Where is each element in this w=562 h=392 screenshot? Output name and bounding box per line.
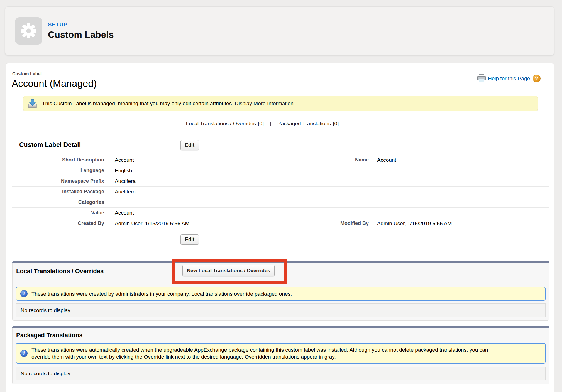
help-question-icon[interactable]: ? [533,75,541,82]
packaged-translations-section: Packaged Translations i These translatio… [12,328,549,384]
setup-label: SETUP [48,21,114,28]
info-box: i These translations were automatically … [16,343,546,364]
field-label: Categories [12,199,104,205]
field-label: Language [12,168,104,173]
section-title: Local Translations / Overrides [16,268,104,275]
setup-header: SETUP Custom Labels [5,6,554,55]
table-row: Installed Package Auctifera [12,187,549,197]
installed-package-link[interactable]: Auctifera [115,189,136,195]
related-quick-links: Local Translations / Overrides[0]|Packag… [6,121,519,127]
field-label: Name [333,157,369,163]
edit-button-top[interactable]: Edit [180,140,199,150]
info-text: These translations were automatically cr… [31,346,488,360]
field-label: Short Description [12,157,104,163]
field-value: Auctifera [104,178,333,184]
table-row: Categories [12,197,549,208]
field-label: Created By [12,220,104,226]
setup-icon-tile [15,17,42,45]
record-title: Account (Managed) [12,78,97,89]
info-icon: i [20,290,28,297]
links-separator: | [270,121,271,126]
screen: SETUP Custom Labels Custom Label Account… [0,0,562,392]
local-translations-section: Local Translations / Overrides New Local… [12,263,549,321]
detail-heading: Custom Label Detail [19,141,81,149]
field-label: Modified By [333,220,369,226]
field-value: Auctifera [104,189,333,195]
info-text: These translations were created by admin… [31,290,292,297]
edit-button-bottom[interactable]: Edit [180,234,199,245]
field-label: Value [12,210,104,216]
info-icon: i [20,350,28,357]
table-row: Namespace Prefix Auctifera [12,176,549,187]
info-box: i These translations were created by adm… [16,287,546,301]
section-title: Packaged Translations [16,332,82,339]
section-top-bar [12,261,549,263]
printer-icon[interactable] [477,74,486,83]
modified-by-user-link[interactable]: Admin User [377,220,404,226]
setup-titles: SETUP Custom Labels [48,21,114,40]
empty-list-message: No records to display [16,303,546,317]
display-more-information-link[interactable]: Display More Information [235,101,294,106]
table-row: Value Account [12,208,549,218]
table-row: Short Description Account Name Account [12,155,549,165]
local-translations-link[interactable]: Local Translations / Overrides [186,121,256,126]
help-block: Help for this Page ? [477,73,541,84]
created-by-date: , 1/15/2019 6:56 AM [142,220,189,226]
local-translations-count[interactable]: [0] [258,121,264,126]
package-install-icon [27,99,38,108]
packaged-translations-link[interactable]: Packaged Translations [277,121,331,126]
empty-list-message: No records to display [16,367,546,380]
help-for-this-page-link[interactable]: Help for this Page [488,75,530,82]
field-value: English [104,168,333,174]
page-title: Custom Labels [48,30,114,40]
field-value: Admin User, 1/15/2019 6:56 AM [104,220,333,227]
created-by-user-link[interactable]: Admin User [115,220,142,226]
gear-icon [21,23,36,38]
detail-table: Short Description Account Name Account L… [12,155,549,229]
field-value: Account [104,210,333,216]
managed-banner: This Custom Label is managed, meaning th… [23,96,538,111]
field-label: Namespace Prefix [12,178,104,184]
modified-by-date: , 1/15/2019 6:56 AM [404,220,452,226]
record-type-label: Custom Label [12,72,42,77]
table-row: Created By Admin User, 1/15/2019 6:56 AM… [12,218,549,229]
field-value: Admin User, 1/15/2019 6:56 AM [369,220,549,227]
field-value: Account [104,157,333,163]
packaged-translations-count[interactable]: [0] [333,121,339,126]
new-local-translations-button[interactable]: New Local Translations / Overrides [182,265,275,276]
table-row: Language English [12,165,549,176]
field-value: Account [369,157,549,163]
managed-banner-text: This Custom Label is managed, meaning th… [42,101,294,107]
field-label: Installed Package [12,189,104,195]
section-top-bar [12,326,549,328]
